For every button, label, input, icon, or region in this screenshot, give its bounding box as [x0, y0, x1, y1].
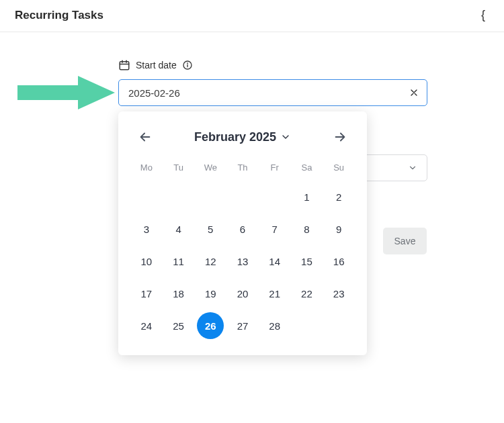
- day-blank: [165, 183, 192, 210]
- prev-month-button[interactable]: [134, 126, 156, 148]
- day-cell[interactable]: 14: [261, 248, 288, 275]
- day-cell[interactable]: 13: [229, 248, 256, 275]
- calendar-popup: February 2025 MoTuWeThFrSaSu 12345678910…: [118, 111, 367, 355]
- day-cell[interactable]: 1: [293, 183, 320, 210]
- weekday-label: Mo: [130, 158, 163, 177]
- day-cell[interactable]: 20: [229, 280, 256, 307]
- chevron-down-icon: [408, 163, 417, 173]
- weekday-label: Tu: [163, 158, 195, 177]
- calendar-icon: [118, 59, 130, 71]
- field-label-row: Start date: [118, 59, 427, 71]
- day-cell[interactable]: 15: [293, 248, 320, 275]
- next-month-button[interactable]: [329, 126, 351, 148]
- day-cell[interactable]: 3: [133, 216, 160, 242]
- weekday-label: Su: [323, 158, 355, 177]
- day-blank: [261, 183, 288, 210]
- svg-marker-0: [17, 76, 115, 109]
- days-grid: 1234567891011121314151617181920212223242…: [130, 183, 355, 339]
- weekday-label: Th: [226, 158, 259, 177]
- day-cell[interactable]: 18: [165, 280, 192, 307]
- start-date-input-wrap: February 2025 MoTuWeThFrSaSu 12345678910…: [118, 79, 427, 106]
- start-date-input[interactable]: [118, 79, 427, 106]
- weekday-label: We: [194, 158, 226, 177]
- save-button[interactable]: Save: [383, 228, 427, 254]
- page-title: Recurring Tasks: [15, 9, 103, 22]
- day-cell[interactable]: 10: [133, 248, 160, 275]
- day-cell[interactable]: 17: [133, 280, 160, 307]
- close-icon: [409, 87, 419, 98]
- day-blank: [133, 183, 160, 210]
- day-cell[interactable]: 7: [261, 216, 288, 242]
- day-cell[interactable]: 9: [325, 216, 352, 242]
- svg-rect-1: [120, 62, 129, 70]
- day-cell[interactable]: 5: [197, 216, 224, 242]
- day-cell[interactable]: 12: [197, 248, 224, 275]
- info-icon[interactable]: [182, 60, 193, 70]
- day-cell[interactable]: 26: [197, 312, 224, 339]
- day-cell[interactable]: 22: [293, 280, 320, 307]
- start-date-field-group: Start date February 2025 MoTuW: [118, 59, 427, 106]
- day-cell[interactable]: 27: [229, 312, 256, 339]
- day-blank: [197, 183, 224, 210]
- day-cell[interactable]: 6: [229, 216, 256, 242]
- weekday-label: Sa: [291, 158, 323, 177]
- clear-input-button[interactable]: [405, 83, 423, 102]
- field-label: Start date: [136, 60, 177, 70]
- day-cell[interactable]: 8: [293, 216, 320, 242]
- weekday-row: MoTuWeThFrSaSu: [130, 158, 355, 177]
- day-cell[interactable]: 28: [261, 312, 288, 339]
- day-cell[interactable]: 23: [325, 280, 352, 307]
- day-cell[interactable]: 21: [261, 280, 288, 307]
- page-header: Recurring Tasks {: [0, 0, 504, 32]
- day-cell[interactable]: 16: [325, 248, 352, 275]
- arrow-right-icon: [333, 130, 347, 144]
- day-blank: [229, 183, 256, 210]
- month-label: February 2025: [194, 130, 276, 144]
- pointer-arrow-annotation: [17, 73, 115, 112]
- header-trailing-icon: {: [481, 8, 489, 22]
- day-cell[interactable]: 4: [165, 216, 192, 242]
- day-cell[interactable]: 24: [133, 312, 160, 339]
- svg-point-4: [187, 63, 187, 64]
- day-cell[interactable]: 2: [325, 183, 352, 210]
- calendar-header: February 2025: [130, 126, 355, 148]
- day-cell[interactable]: 25: [165, 312, 192, 339]
- weekday-label: Fr: [259, 158, 291, 177]
- month-picker-button[interactable]: February 2025: [194, 130, 291, 144]
- chevron-down-icon: [280, 132, 291, 142]
- day-cell[interactable]: 19: [197, 280, 224, 307]
- arrow-left-icon: [138, 130, 153, 144]
- day-cell[interactable]: 11: [165, 248, 192, 275]
